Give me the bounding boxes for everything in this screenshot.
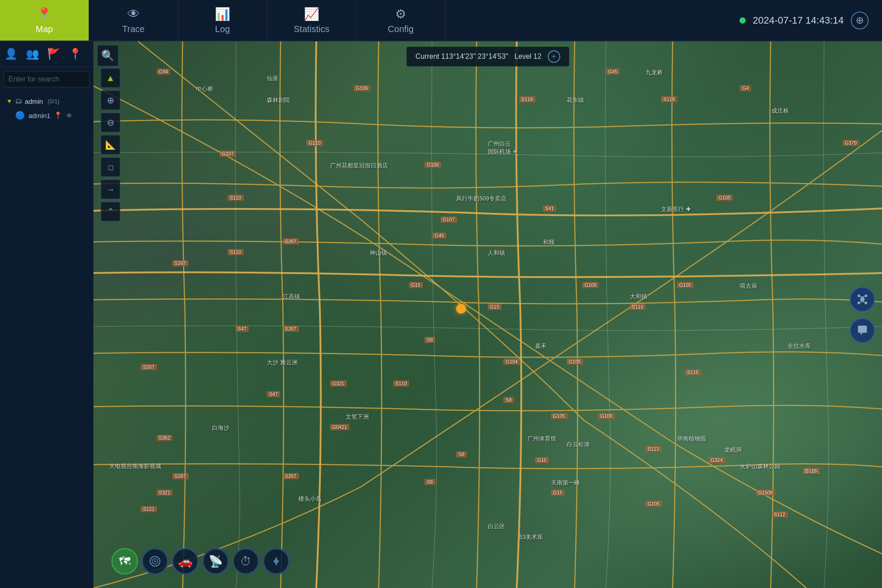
info-icon[interactable]: 📍 [54, 111, 62, 119]
sidebar-icon-row: 👤 👥 🚩 📍 [0, 41, 93, 67]
map-tools-left: ▲ ⊕ ⊖ 📐 ◻ → ⌃ [101, 68, 120, 221]
map-search-overlay: 🔍 [97, 45, 118, 66]
sidebar-location-icon[interactable]: 📍 [69, 48, 82, 60]
map-container[interactable]: Current 113°14'23" 23°14'53" Level 12 + … [94, 41, 882, 588]
nav-right-area: 2024-07-17 14:43:14 ⊕ [739, 0, 882, 41]
root-count: (0/1) [48, 98, 60, 105]
tab-trace[interactable]: 👁 Trace [89, 0, 178, 41]
tree-root-item[interactable]: ▼ 🗂 admin (0/1) [4, 94, 89, 108]
device-tree: ▼ 🗂 admin (0/1) 🔵 admin1 📍 👁 [0, 92, 93, 126]
layers-button[interactable] [142, 548, 168, 575]
tab-config[interactable]: ⚙ Config [356, 0, 445, 41]
globe-button[interactable]: ⊕ [851, 12, 869, 29]
statistics-tab-label: Statistics [294, 24, 329, 34]
sidebar: 👤 👥 🚩 📍 🔍 ▼ 🗂 admin (0/1) 🔵 admin1 📍 👁 [0, 41, 94, 588]
sidebar-flag-icon[interactable]: 🚩 [47, 48, 61, 60]
map-search-button[interactable]: 🔍 [97, 45, 118, 66]
sidebar-user-icon[interactable]: 👤 [4, 48, 18, 60]
ruler-tool-button[interactable]: 📐 [101, 135, 120, 155]
map-tab-label: Map [36, 24, 53, 34]
device-icon: 🔵 [15, 110, 25, 120]
map-type-button[interactable]: 🗺 [111, 548, 138, 575]
svg-point-0 [860, 297, 865, 302]
eye-icon[interactable]: 👁 [66, 112, 73, 119]
top-navigation: 📍 Map 👁 Trace 📊 Log 📈 Statistics ⚙ Confi… [0, 0, 882, 41]
sidebar-group-icon[interactable]: 👥 [26, 48, 39, 60]
zoom-in-button[interactable]: ⊕ [101, 90, 120, 110]
coord-text: Current 113°14'23" 23°14'53" [416, 53, 508, 61]
main-area: 👤 👥 🚩 📍 🔍 ▼ 🗂 admin (0/1) 🔵 admin1 📍 👁 [0, 41, 882, 588]
search-bar[interactable]: 🔍 [4, 71, 90, 87]
config-tab-label: Config [388, 24, 414, 34]
child-label: admin1 [29, 112, 50, 119]
tools-button[interactable] [263, 548, 290, 575]
root-label: admin [25, 98, 43, 105]
tab-map[interactable]: 📍 Map [0, 0, 89, 41]
coordinate-bar: Current 113°14'23" 23°14'53" Level 12 + [407, 47, 569, 66]
coord-plus-button[interactable]: + [547, 50, 560, 63]
signal-button[interactable]: 📡 [202, 548, 229, 575]
datetime-display: 2024-07-17 14:43:14 [753, 15, 844, 26]
zoom-out-button[interactable]: ⊖ [101, 113, 120, 132]
map-bottom-toolbar: 🗺 🚗 📡 ⏱ [111, 548, 290, 575]
chart-button[interactable]: ⏱ [233, 548, 259, 575]
tree-child-admin1[interactable]: 🔵 admin1 📍 👁 [4, 108, 89, 123]
tab-log[interactable]: 📊 Log [178, 0, 267, 41]
cursor-tool-button[interactable]: ▲ [101, 68, 120, 88]
collapse-tool-button[interactable]: ⌃ [101, 202, 120, 221]
trace-tab-label: Trace [122, 24, 144, 34]
arrow-tool-button[interactable]: → [101, 180, 120, 199]
statistics-tab-icon: 📈 [304, 7, 319, 21]
status-indicator [739, 17, 746, 24]
log-tab-label: Log [215, 24, 230, 34]
log-tab-icon: 📊 [215, 7, 230, 21]
level-label: Level 12 [514, 53, 542, 61]
map-right-buttons [850, 287, 875, 343]
chat-button[interactable] [850, 318, 875, 343]
config-tab-icon: ⚙ [395, 7, 406, 21]
tab-statistics[interactable]: 📈 Statistics [267, 0, 356, 41]
map-tab-icon: 📍 [37, 7, 52, 21]
device-marker[interactable] [456, 304, 466, 314]
map-background: Current 113°14'23" 23°14'53" Level 12 + … [94, 41, 882, 588]
svg-point-11 [154, 560, 156, 562]
map-satellite-layer [94, 41, 882, 588]
vehicle-button[interactable]: 🚗 [172, 548, 199, 575]
expand-arrow-icon: ▼ [6, 98, 12, 105]
trace-tab-icon: 👁 [127, 7, 140, 21]
folder-icon: 🗂 [15, 97, 22, 105]
network-map-button[interactable] [850, 287, 875, 312]
eraser-tool-button[interactable]: ◻ [101, 157, 120, 177]
search-input[interactable] [8, 75, 98, 83]
